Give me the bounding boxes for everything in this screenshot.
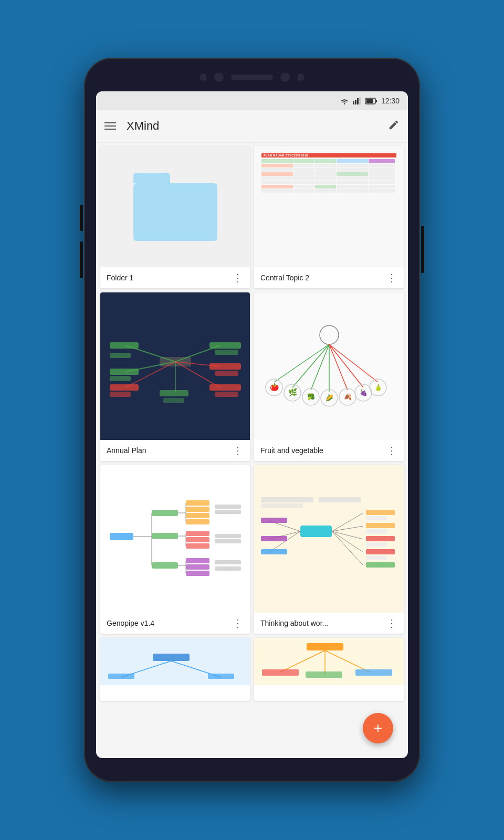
partial1-svg [100,638,242,685]
battery-icon [365,98,377,104]
svg-rect-25 [215,371,238,376]
svg-rect-105 [261,497,313,502]
app-title: XMind [127,119,388,133]
svg-rect-81 [215,560,241,564]
svg-rect-78 [215,510,241,514]
more-button-folder1[interactable]: ⋮ [233,272,244,283]
grid-item-central-topic[interactable]: PLAN RADAR STYCZEŃ 2018 [254,146,404,288]
status-time: 12:30 [381,97,400,105]
svg-text:🍂: 🍂 [343,393,351,401]
svg-rect-22 [209,342,241,349]
more-button-central[interactable]: ⋮ [386,272,397,283]
signal-icon [353,97,361,104]
hamburger-line-1 [104,122,116,123]
svg-rect-73 [186,571,209,576]
svg-rect-106 [261,503,303,508]
svg-rect-109 [153,654,190,661]
svg-rect-113 [208,674,234,679]
svg-rect-66 [186,513,209,518]
svg-rect-23 [215,350,238,355]
edit-button[interactable] [388,119,400,133]
wifi-icon [340,98,349,104]
fruit-thumbnail: 🍅 🌿 🥦 🌽 🍂 🍇 🍐 [254,292,404,440]
svg-rect-28 [160,390,188,396]
svg-rect-70 [186,543,209,549]
svg-rect-72 [186,564,209,570]
svg-rect-5 [375,100,377,102]
svg-rect-19 [110,376,131,381]
svg-text:🌿: 🌿 [288,388,297,397]
svg-rect-79 [215,534,241,538]
svg-rect-2 [357,98,359,104]
fab-button[interactable]: + [363,713,393,743]
edit-icon [388,119,400,131]
item-name-central: Central Topic 2 [260,274,309,282]
hamburger-line-3 [104,129,116,130]
svg-rect-27 [215,392,238,397]
svg-rect-17 [110,353,131,358]
camera-dot [214,72,224,82]
svg-rect-98 [261,518,287,523]
grid-item-partial1[interactable] [100,638,250,701]
svg-rect-120 [306,671,342,678]
more-button-genopipe[interactable]: ⋮ [233,618,244,628]
grid-item-footer-central: Central Topic 2 ⋮ [254,267,404,288]
svg-rect-94 [366,523,395,528]
svg-rect-64 [186,500,209,506]
item-name-genopipe: Genopipe v1.4 [107,619,154,627]
more-button-thinking[interactable]: ⋮ [386,618,397,628]
phone-screen: 12:30 XMind [96,91,408,758]
svg-rect-121 [355,669,392,676]
power-button [421,226,424,273]
partial2-svg [254,638,396,685]
svg-rect-96 [366,549,395,554]
phone-frame: 12:30 XMind [84,58,420,782]
folder-thumbnail [100,146,250,267]
grid-item-fruit[interactable]: 🍅 🌿 🥦 🌽 🍂 🍇 🍐 Fruit and vegetable ⋮ [254,292,404,461]
svg-rect-6 [366,99,373,103]
fab-plus-icon: + [374,721,382,736]
hamburger-menu[interactable] [104,122,116,130]
more-button-fruit[interactable]: ⋮ [386,445,397,456]
svg-rect-3 [359,97,361,104]
svg-text:🍇: 🍇 [359,388,367,396]
volume-button [80,205,83,231]
svg-text:🍅: 🍅 [269,383,279,392]
svg-rect-71 [186,558,209,563]
folder-tab [133,173,170,183]
phone-sensors [84,58,420,89]
grid-item-footer-folder1: Folder 1 ⋮ [100,267,250,288]
svg-text:🥦: 🥦 [307,393,314,401]
svg-rect-68 [186,531,209,536]
genopipe-thumbnail [100,465,250,613]
grid-item-folder1[interactable]: Folder 1 ⋮ [100,146,250,288]
svg-rect-21 [110,392,131,397]
grid-item-thinking[interactable]: Thinking about wor... ⋮ [254,465,404,634]
grid-item-footer-thinking: Thinking about wor... ⋮ [254,613,404,634]
more-button-annual[interactable]: ⋮ [233,445,244,456]
svg-rect-16 [110,342,139,349]
grid-item-footer-genopipe: Genopipe v1.4 ⋮ [100,613,250,634]
svg-rect-69 [186,537,209,542]
svg-rect-0 [353,101,354,104]
genopipe-mindmap-svg [104,492,246,586]
svg-rect-93 [366,510,395,515]
thinking-thumbnail [254,465,404,613]
grid-item-partial2[interactable] [254,638,404,701]
thinking-mindmap-svg [258,492,400,586]
svg-rect-67 [186,519,209,524]
svg-rect-97 [366,562,395,568]
svg-rect-54 [110,533,133,540]
svg-rect-60 [152,562,178,569]
grid-item-annual[interactable]: Annual Plan ⋮ [100,292,250,461]
svg-rect-77 [215,505,241,509]
camera-dot-2 [280,72,290,82]
app-bar: XMind [96,110,408,142]
folder-body [133,183,217,241]
grid-item-genopipe[interactable]: Genopipe v1.4 ⋮ [100,465,250,634]
annual-mindmap-svg [104,319,246,414]
svg-rect-1 [355,100,356,104]
svg-rect-101 [366,516,387,520]
item-name-thinking: Thinking about wor... [260,619,328,627]
svg-rect-26 [209,384,241,391]
